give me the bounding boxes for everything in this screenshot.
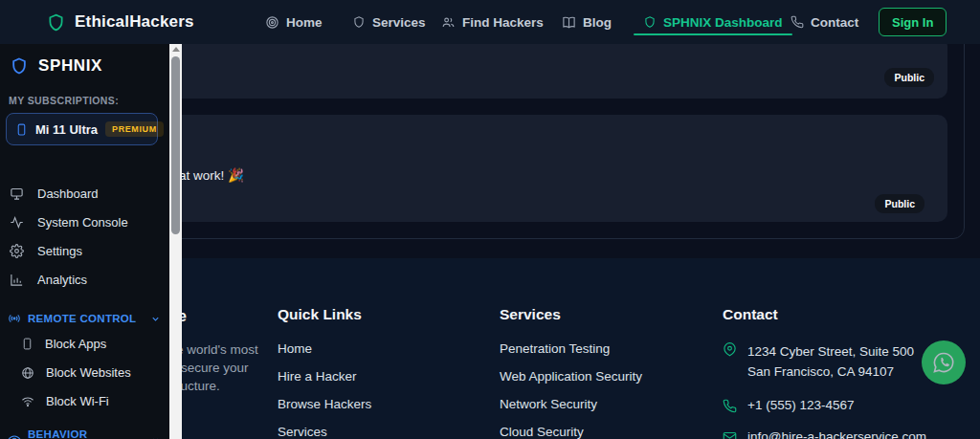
footer-link[interactable]: Network Security	[500, 397, 642, 411]
nav-item-contact[interactable]: Contact	[791, 0, 858, 44]
footer-brand-text-fragment: secure your	[181, 361, 249, 375]
visibility-badge: Public	[875, 194, 924, 213]
sidebar-section-remote-control[interactable]: REMOTE CONTROL	[8, 312, 161, 325]
post-text: at work! 🎉	[179, 167, 244, 183]
footer-column-title: Services	[500, 306, 642, 323]
phone-icon	[723, 399, 737, 413]
contact-address: 1234 Cyber Street, Suite 500 San Francis…	[723, 341, 926, 382]
gear-icon	[10, 244, 24, 258]
shield-icon	[352, 15, 366, 29]
chevron-down-icon	[150, 435, 161, 439]
sidebar-header: SPHNIX	[10, 56, 102, 76]
activity-icon	[10, 215, 24, 230]
address-line: San Francisco, CA 94107	[747, 362, 914, 382]
nav-item-sphnix-dashboard[interactable]: SPHNIX Dashboard	[634, 0, 792, 44]
sidebar-item-label: System Console	[37, 215, 128, 230]
users-icon	[441, 15, 456, 30]
visibility-badge: Public	[884, 68, 934, 87]
sidebar-item-label: Block Websites	[46, 365, 131, 380]
footer-link[interactable]: Penetration Testing	[500, 341, 642, 356]
nav-item-label: Find Hackers	[462, 15, 544, 30]
footer-brand-text-fragment: ructure.	[176, 379, 220, 393]
sidebar-title: SPHNIX	[38, 56, 102, 76]
sphnix-sidebar: SPHNIX MY SUBSCRIPTIONS: Mi 11 Ultra PRE…	[0, 44, 182, 439]
contact-phone[interactable]: +1 (555) 123-4567	[723, 398, 926, 413]
top-navbar: EthicalHackers Home Services Find Hacker…	[0, 0, 980, 44]
nav-item-blog[interactable]: Blog	[562, 0, 612, 44]
footer-contact-column: Contact 1234 Cyber Street, Suite 500 San…	[723, 306, 926, 439]
broadcast-icon	[8, 312, 21, 325]
footer-services-column: Services Penetration Testing Web Applica…	[500, 306, 642, 439]
sign-in-button[interactable]: Sign In	[879, 8, 947, 36]
target-icon	[265, 15, 279, 30]
chevron-down-icon	[150, 314, 161, 324]
sidebar-scrollbar[interactable]	[169, 44, 182, 439]
sidebar-item-label: Dashboard	[37, 187, 99, 201]
shield-logo-icon	[46, 12, 66, 33]
eye-icon	[8, 433, 21, 439]
sidebar-item-system-console[interactable]: System Console	[0, 210, 155, 233]
sidebar-item-analytics[interactable]: Analytics	[0, 268, 155, 291]
sidebar-item-block-websites[interactable]: Block Websites	[21, 365, 131, 380]
footer-link[interactable]: Cloud Security	[500, 425, 642, 439]
address-line: 1234 Cyber Street, Suite 500	[747, 341, 914, 362]
sidebar-item-settings[interactable]: Settings	[0, 239, 155, 262]
phone-number: +1 (555) 123-4567	[747, 398, 854, 412]
sidebar-item-block-apps[interactable]: Block Apps	[21, 337, 106, 351]
sidebar-item-label: Block Apps	[45, 337, 106, 351]
monitor-icon	[10, 187, 24, 201]
nav-item-label: Contact	[811, 15, 858, 30]
nav-item-label: Blog	[583, 15, 612, 30]
shield-icon	[643, 15, 657, 29]
nav-item-home[interactable]: Home	[265, 0, 323, 44]
nav-item-find-hackers[interactable]: Find Hackers	[441, 0, 544, 44]
section-label: REMOTE CONTROL	[28, 313, 136, 324]
footer-link[interactable]: Hire a Hacker	[278, 369, 371, 384]
nav-item-label: SPHNIX Dashboard	[663, 15, 783, 30]
footer-link[interactable]: Services	[278, 425, 371, 439]
post-card[interactable]: at work! 🎉 Public	[153, 115, 947, 222]
sidebar-item-label: Settings	[37, 244, 82, 258]
footer-brand-text-fragment: e world's most	[176, 342, 258, 357]
footer-quick-links-column: Quick Links Home Hire a Hacker Browse Ha…	[278, 306, 371, 439]
map-pin-icon	[723, 342, 737, 357]
wifi-icon	[21, 395, 34, 408]
smartphone-icon	[15, 123, 28, 136]
sidebar-item-label: Block Wi-Fi	[46, 394, 109, 408]
phone-icon	[791, 15, 804, 29]
subscription-device-card[interactable]: Mi 11 Ultra PREMIUM	[6, 113, 158, 145]
scrollbar-up-arrow[interactable]	[172, 47, 180, 52]
whatsapp-button[interactable]	[922, 340, 966, 384]
subscriptions-label: MY SUBSCRIPTIONS:	[9, 95, 119, 106]
footer-link[interactable]: Web Application Security	[500, 369, 642, 384]
sidebar-item-label: Analytics	[37, 273, 87, 287]
sidebar-item-dashboard[interactable]: Dashboard	[0, 182, 155, 205]
whatsapp-icon	[931, 350, 956, 375]
premium-badge: PREMIUM	[105, 121, 164, 137]
brand-logo[interactable]: EthicalHackers	[46, 0, 194, 44]
bar-chart-icon	[10, 273, 24, 287]
brand-name: EthicalHackers	[75, 12, 194, 32]
nav-item-label: Services	[372, 15, 426, 30]
sidebar-item-block-wifi[interactable]: Block Wi-Fi	[21, 394, 109, 408]
globe-icon	[21, 366, 34, 380]
book-icon	[562, 15, 576, 30]
section-label: BEHAVIOR MONITORING	[28, 428, 144, 439]
email-address: info@hire-a-hackerservice.com	[747, 429, 926, 439]
contact-email[interactable]: info@hire-a-hackerservice.com	[723, 429, 926, 439]
nav-item-label: Home	[286, 15, 323, 30]
shield-icon	[10, 56, 29, 76]
mail-icon	[723, 430, 737, 439]
device-name: Mi 11 Ultra	[35, 122, 98, 137]
sidebar-section-behavior-monitoring[interactable]: BEHAVIOR MONITORING	[8, 428, 161, 439]
nav-item-services[interactable]: Services	[352, 0, 426, 44]
footer-link[interactable]: Home	[278, 341, 371, 356]
footer-link[interactable]: Browse Hackers	[278, 397, 371, 411]
post-card[interactable]: Public	[153, 36, 947, 99]
footer-column-title: Contact	[723, 306, 926, 323]
smartphone-icon	[21, 338, 33, 350]
scrollbar-thumb[interactable]	[171, 56, 180, 234]
footer-column-title: Quick Links	[278, 306, 371, 323]
